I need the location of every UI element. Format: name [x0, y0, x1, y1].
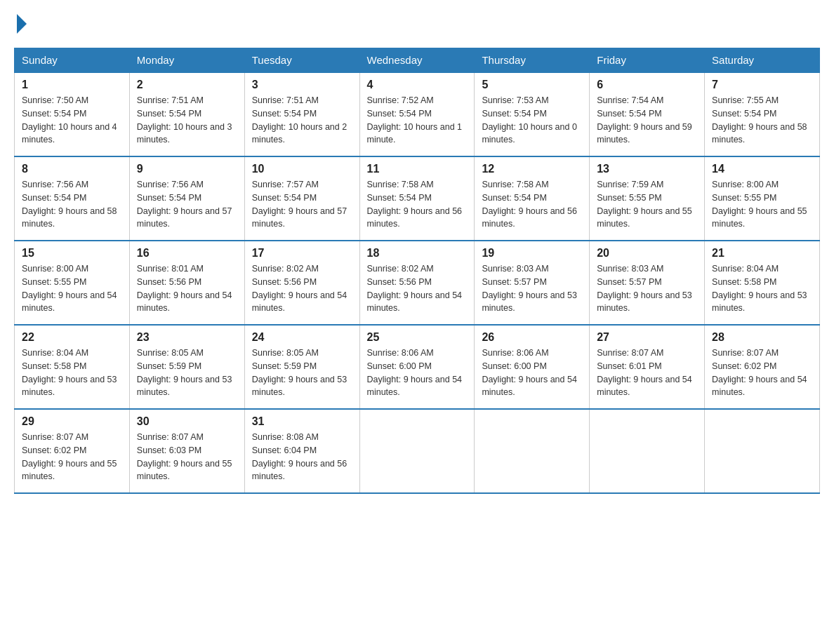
calendar-day-cell: 18 Sunrise: 8:02 AM Sunset: 5:56 PM Dayl… [359, 241, 475, 325]
day-number: 9 [137, 163, 237, 175]
daylight-label: Daylight: 9 hours and 59 minutes. [597, 122, 692, 145]
day-info: Sunrise: 8:07 AM Sunset: 6:02 PM Dayligh… [712, 347, 812, 399]
day-info: Sunrise: 7:51 AM Sunset: 5:54 PM Dayligh… [137, 94, 237, 147]
day-number: 10 [252, 163, 352, 175]
sunset-label: Sunset: 5:56 PM [367, 277, 432, 287]
day-number: 22 [22, 331, 122, 344]
daylight-label: Daylight: 9 hours and 56 minutes. [367, 206, 463, 229]
sunset-label: Sunset: 5:59 PM [252, 361, 317, 371]
day-info: Sunrise: 8:00 AM Sunset: 5:55 PM Dayligh… [712, 178, 812, 231]
day-info: Sunrise: 8:06 AM Sunset: 6:00 PM Dayligh… [367, 347, 468, 399]
day-info: Sunrise: 7:57 AM Sunset: 5:54 PM Dayligh… [252, 178, 352, 231]
day-number: 7 [712, 79, 812, 91]
daylight-label: Daylight: 9 hours and 53 minutes. [712, 290, 807, 314]
sunset-label: Sunset: 5:55 PM [22, 277, 86, 287]
calendar-day-cell: 26 Sunrise: 8:06 AM Sunset: 6:00 PM Dayl… [475, 325, 590, 409]
calendar-day-cell: 31 Sunrise: 8:08 AM Sunset: 6:04 PM Dayl… [244, 409, 359, 493]
daylight-label: Daylight: 9 hours and 55 minutes. [137, 459, 232, 482]
sunset-label: Sunset: 5:54 PM [597, 109, 661, 119]
sunset-label: Sunset: 5:54 PM [137, 193, 201, 203]
day-info: Sunrise: 8:07 AM Sunset: 6:03 PM Dayligh… [137, 431, 237, 483]
daylight-label: Daylight: 9 hours and 54 minutes. [712, 375, 807, 398]
calendar-day-cell: 13 Sunrise: 7:59 AM Sunset: 5:55 PM Dayl… [590, 156, 705, 241]
calendar-day-header: Wednesday [359, 48, 475, 73]
logo-arrow-icon [17, 14, 27, 34]
sunset-label: Sunset: 5:54 PM [482, 109, 546, 119]
day-number: 23 [137, 331, 237, 344]
calendar-day-cell: 22 Sunrise: 8:04 AM Sunset: 5:58 PM Dayl… [15, 325, 130, 409]
calendar-day-cell: 16 Sunrise: 8:01 AM Sunset: 5:56 PM Dayl… [129, 241, 244, 325]
sunrise-label: Sunrise: 8:07 AM [712, 348, 779, 358]
daylight-label: Daylight: 10 hours and 4 minutes. [22, 122, 117, 145]
calendar-day-cell: 30 Sunrise: 8:07 AM Sunset: 6:03 PM Dayl… [129, 409, 244, 493]
day-number: 25 [367, 331, 468, 344]
calendar-day-cell: 1 Sunrise: 7:50 AM Sunset: 5:54 PM Dayli… [15, 72, 130, 156]
day-info: Sunrise: 8:04 AM Sunset: 5:58 PM Dayligh… [22, 347, 122, 399]
sunrise-label: Sunrise: 8:07 AM [597, 348, 663, 358]
sunrise-label: Sunrise: 7:58 AM [367, 180, 434, 189]
calendar-day-cell: 24 Sunrise: 8:05 AM Sunset: 5:59 PM Dayl… [244, 325, 359, 409]
sunrise-label: Sunrise: 8:06 AM [482, 348, 548, 358]
day-info: Sunrise: 8:02 AM Sunset: 5:56 PM Dayligh… [252, 262, 352, 315]
day-info: Sunrise: 8:08 AM Sunset: 6:04 PM Dayligh… [252, 431, 352, 483]
calendar-day-cell: 29 Sunrise: 8:07 AM Sunset: 6:02 PM Dayl… [15, 409, 130, 493]
daylight-label: Daylight: 9 hours and 53 minutes. [137, 375, 232, 398]
day-info: Sunrise: 7:50 AM Sunset: 5:54 PM Dayligh… [22, 94, 122, 147]
sunset-label: Sunset: 5:58 PM [712, 277, 776, 287]
calendar-day-cell [590, 409, 705, 493]
sunset-label: Sunset: 6:00 PM [482, 361, 546, 371]
daylight-label: Daylight: 10 hours and 0 minutes. [482, 122, 577, 145]
sunset-label: Sunset: 6:01 PM [597, 361, 661, 371]
calendar-day-cell: 20 Sunrise: 8:03 AM Sunset: 5:57 PM Dayl… [590, 241, 705, 325]
daylight-label: Daylight: 9 hours and 55 minutes. [597, 206, 692, 229]
daylight-label: Daylight: 9 hours and 53 minutes. [482, 290, 577, 314]
calendar-day-cell: 12 Sunrise: 7:58 AM Sunset: 5:54 PM Dayl… [475, 156, 590, 241]
calendar-day-cell: 7 Sunrise: 7:55 AM Sunset: 5:54 PM Dayli… [705, 72, 820, 156]
sunset-label: Sunset: 5:55 PM [597, 193, 661, 203]
logo [14, 14, 29, 34]
calendar-day-cell: 9 Sunrise: 7:56 AM Sunset: 5:54 PM Dayli… [129, 156, 244, 241]
day-info: Sunrise: 7:58 AM Sunset: 5:54 PM Dayligh… [482, 178, 582, 231]
day-info: Sunrise: 8:05 AM Sunset: 5:59 PM Dayligh… [137, 347, 237, 399]
calendar-day-cell: 5 Sunrise: 7:53 AM Sunset: 5:54 PM Dayli… [475, 72, 590, 156]
sunset-label: Sunset: 5:59 PM [137, 361, 201, 371]
calendar-day-cell: 28 Sunrise: 8:07 AM Sunset: 6:02 PM Dayl… [705, 325, 820, 409]
day-info: Sunrise: 7:56 AM Sunset: 5:54 PM Dayligh… [137, 178, 237, 231]
sunset-label: Sunset: 5:57 PM [597, 277, 661, 287]
calendar-day-header: Saturday [705, 48, 820, 73]
calendar-table: SundayMondayTuesdayWednesdayThursdayFrid… [14, 48, 820, 494]
calendar-day-cell: 8 Sunrise: 7:56 AM Sunset: 5:54 PM Dayli… [15, 156, 130, 241]
sunset-label: Sunset: 6:02 PM [22, 445, 86, 455]
daylight-label: Daylight: 9 hours and 58 minutes. [712, 122, 807, 145]
day-info: Sunrise: 7:52 AM Sunset: 5:54 PM Dayligh… [367, 94, 468, 147]
day-number: 26 [482, 331, 582, 344]
daylight-label: Daylight: 9 hours and 57 minutes. [252, 206, 348, 229]
sunrise-label: Sunrise: 7:55 AM [712, 95, 779, 105]
calendar-day-header: Tuesday [244, 48, 359, 73]
sunset-label: Sunset: 5:54 PM [712, 109, 776, 119]
sunset-label: Sunset: 5:54 PM [252, 193, 317, 203]
daylight-label: Daylight: 10 hours and 2 minutes. [252, 122, 348, 145]
day-info: Sunrise: 7:55 AM Sunset: 5:54 PM Dayligh… [712, 94, 812, 147]
day-number: 2 [137, 79, 237, 91]
sunrise-label: Sunrise: 7:58 AM [482, 180, 548, 189]
calendar-day-cell: 21 Sunrise: 8:04 AM Sunset: 5:58 PM Dayl… [705, 241, 820, 325]
calendar-day-cell: 11 Sunrise: 7:58 AM Sunset: 5:54 PM Dayl… [359, 156, 475, 241]
day-info: Sunrise: 8:07 AM Sunset: 6:01 PM Dayligh… [597, 347, 697, 399]
calendar-day-cell: 4 Sunrise: 7:52 AM Sunset: 5:54 PM Dayli… [359, 72, 475, 156]
sunrise-label: Sunrise: 7:56 AM [22, 180, 88, 189]
daylight-label: Daylight: 9 hours and 54 minutes. [367, 290, 463, 314]
day-number: 20 [597, 247, 697, 260]
calendar-day-header: Thursday [475, 48, 590, 73]
day-number: 29 [22, 415, 122, 428]
sunrise-label: Sunrise: 8:05 AM [252, 348, 319, 358]
day-number: 16 [137, 247, 237, 260]
calendar-day-cell: 23 Sunrise: 8:05 AM Sunset: 5:59 PM Dayl… [129, 325, 244, 409]
calendar-day-cell: 14 Sunrise: 8:00 AM Sunset: 5:55 PM Dayl… [705, 156, 820, 241]
sunrise-label: Sunrise: 7:54 AM [597, 95, 663, 105]
daylight-label: Daylight: 9 hours and 54 minutes. [252, 290, 348, 314]
sunset-label: Sunset: 5:54 PM [252, 109, 317, 119]
daylight-label: Daylight: 9 hours and 54 minutes. [597, 375, 692, 398]
day-number: 15 [22, 247, 122, 260]
sunrise-label: Sunrise: 8:01 AM [137, 264, 204, 274]
